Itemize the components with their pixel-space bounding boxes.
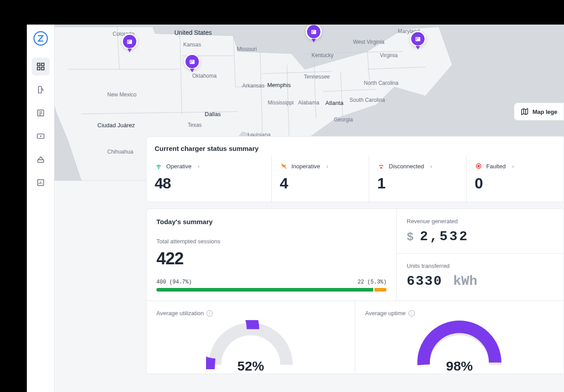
- chevron-right-icon: ›: [430, 163, 432, 170]
- map-label: Tennessee: [304, 74, 330, 80]
- nav-chargers[interactable]: [32, 81, 50, 99]
- svg-rect-40: [190, 62, 191, 63]
- map-label: Arkansas: [242, 83, 265, 89]
- map-label: Memphis: [267, 82, 291, 88]
- svg-rect-3: [37, 67, 40, 70]
- app-logo[interactable]: [32, 30, 49, 47]
- map-label: New Mexico: [107, 92, 136, 98]
- sessions-progress-bar: [156, 288, 387, 292]
- revenue-currency: $: [407, 230, 414, 244]
- info-icon[interactable]: i: [206, 310, 213, 317]
- map-icon: [521, 108, 529, 116]
- svg-rect-47: [417, 38, 418, 38]
- svg-rect-44: [312, 32, 313, 33]
- map-label: North Carolina: [364, 80, 398, 86]
- map-label: Mississippi: [268, 100, 294, 106]
- status-inoperative-count: 4: [280, 175, 361, 192]
- nav-dashboard[interactable]: [32, 58, 50, 75]
- nav-reports[interactable]: [32, 174, 50, 192]
- svg-rect-42: [312, 30, 313, 31]
- svg-rect-46: [416, 38, 417, 38]
- svg-rect-34: [128, 40, 129, 41]
- uptime-value: 98%: [446, 359, 473, 374]
- svg-rect-1: [37, 63, 40, 66]
- svg-rect-35: [129, 40, 130, 41]
- map-pin[interactable]: [184, 54, 200, 73]
- map-pin[interactable]: [306, 25, 322, 43]
- uptime-block: Average uptime i 98%: [355, 301, 564, 374]
- svg-rect-2: [41, 63, 44, 66]
- map-label: Kentucky: [311, 52, 333, 58]
- utilization-label: Average utilization: [156, 310, 204, 317]
- map-label: West Virginia: [353, 39, 384, 45]
- svg-rect-48: [416, 39, 417, 40]
- sidebar: [27, 25, 55, 392]
- dashboard-panel: Current charger status summary Operative…: [146, 136, 564, 392]
- status-operative-count: 48: [155, 175, 263, 192]
- status-faulted: Faulted › 0: [467, 156, 564, 202]
- map-pin[interactable]: [122, 33, 138, 53]
- nav-sessions[interactable]: [32, 104, 50, 122]
- status-operative-link[interactable]: Operative ›: [155, 162, 263, 170]
- map-pin[interactable]: [410, 31, 426, 50]
- status-faulted-link[interactable]: Faulted ›: [475, 162, 556, 170]
- map-label: Kansas: [183, 42, 201, 48]
- map-label: Georgia: [334, 117, 353, 123]
- units-unit: kWh: [453, 274, 477, 289]
- fault-icon: [475, 162, 483, 170]
- svg-rect-39: [192, 60, 193, 61]
- svg-rect-36: [128, 42, 129, 43]
- sessions-label: Total attempted sessions: [156, 238, 387, 245]
- status-operative: Operative › 48: [147, 156, 272, 202]
- svg-point-52: [158, 168, 159, 168]
- svg-marker-49: [522, 108, 528, 115]
- sessions-success-text: 400 (94.7%): [156, 279, 192, 285]
- svg-point-57: [478, 165, 480, 167]
- info-icon[interactable]: i: [408, 310, 415, 317]
- map-legend-label: Map lege: [532, 108, 557, 115]
- summary-card: Today's summary Total attempted sessions…: [146, 209, 564, 374]
- svg-rect-38: [190, 60, 191, 61]
- svg-rect-4: [41, 67, 44, 70]
- chevron-right-icon: ›: [512, 163, 513, 170]
- today-title: Today's summary: [156, 218, 387, 225]
- units-label: Units transferred: [407, 263, 554, 269]
- main-content: United States Colorado Kansas Missouri N…: [55, 25, 564, 392]
- units-value: 6330: [407, 274, 442, 289]
- svg-rect-5: [38, 87, 42, 93]
- charger-status-card: Current charger status summary Operative…: [146, 136, 564, 202]
- nav-alerts[interactable]: [32, 150, 50, 168]
- revenue-amount: 2,532: [420, 229, 469, 244]
- svg-rect-43: [313, 30, 314, 31]
- wifi-icon: [155, 162, 163, 170]
- svg-rect-11: [38, 160, 43, 163]
- status-faulted-count: 0: [475, 175, 556, 192]
- map-label: Chihuahua: [107, 149, 133, 155]
- today-summary: Today's summary Total attempted sessions…: [147, 209, 397, 300]
- map-label: Alabama: [298, 100, 319, 106]
- utilization-value: 52%: [237, 359, 264, 374]
- map-label: United States: [174, 29, 212, 36]
- uptime-label: Average uptime: [365, 310, 406, 317]
- status-disconnected-count: 1: [377, 175, 458, 192]
- status-disconnected-link[interactable]: Disconnected ›: [377, 162, 458, 170]
- disconnected-icon: [377, 162, 385, 170]
- map-label: South Carolina: [349, 97, 385, 103]
- revenue-label: Revenue generated: [407, 218, 554, 225]
- utilization-block: Average utilization i 52%: [147, 301, 355, 374]
- wifi-off-icon: [280, 162, 288, 170]
- sessions-count: 422: [156, 249, 387, 268]
- sessions-fail-text: 22 (5.3%): [358, 279, 387, 285]
- map-label: Ciudad Juárez: [97, 122, 135, 129]
- map-label: Oklahoma: [192, 73, 217, 79]
- map-label: Dallas: [205, 111, 221, 117]
- status-inoperative-link[interactable]: Inoperative ›: [280, 162, 361, 170]
- map-label: Texas: [188, 122, 202, 128]
- map-label: Atlanta: [325, 100, 343, 106]
- map-label: Virginia: [380, 52, 398, 58]
- chevron-right-icon: ›: [198, 163, 199, 170]
- units-block: Units transferred 6330 kWh: [397, 254, 564, 298]
- status-title: Current charger status summary: [147, 137, 564, 156]
- nav-billing[interactable]: [32, 127, 50, 145]
- map-legend-button[interactable]: Map lege: [514, 103, 564, 121]
